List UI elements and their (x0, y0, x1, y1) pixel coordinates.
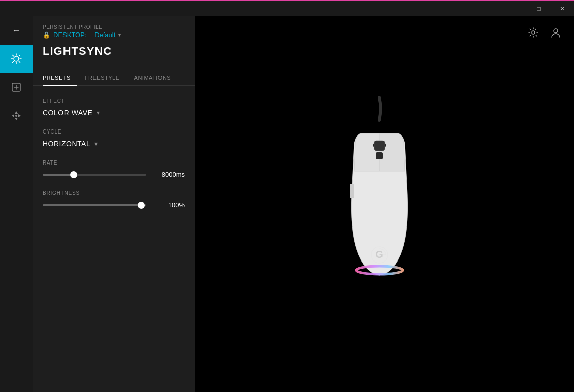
settings-panel: PERSISTENT PROFILE 🔒 DESKTOP: Default ▾ … (33, 16, 195, 392)
svg-line-7 (19, 55, 20, 56)
brightness-slider[interactable] (43, 204, 146, 206)
settings-icon (528, 27, 539, 38)
svg-point-17 (532, 31, 535, 34)
window-controls: – □ ✕ (504, 1, 574, 17)
cycle-chevron-icon: ▾ (94, 140, 98, 147)
effect-value: COLOR WAVE (43, 109, 92, 117)
effect-chevron-icon: ▾ (97, 109, 100, 116)
top-right-icons (515, 16, 574, 49)
lightsync-icon (11, 53, 22, 64)
sidebar-narrow: ← (0, 16, 33, 392)
tab-animations[interactable]: ANIMATIONS (134, 71, 177, 86)
close-button[interactable]: ✕ (551, 1, 574, 17)
svg-rect-21 (376, 152, 383, 159)
effect-dropdown[interactable]: COLOR WAVE ▾ (43, 109, 185, 117)
panel-content: EFFECT COLOR WAVE ▾ CYCLE HORIZONTAL ▾ R… (33, 86, 195, 392)
back-button[interactable]: ← (0, 16, 33, 45)
profile-name-text: Default (94, 31, 115, 39)
sidebar-item-add[interactable] (0, 73, 33, 102)
mouse-illustration: G (329, 92, 440, 296)
brightness-slider-row: 100% (43, 201, 185, 209)
svg-line-6 (19, 61, 20, 62)
sidebar-item-lightsync[interactable] (0, 45, 33, 73)
rate-slider-thumb[interactable] (70, 171, 77, 178)
minimize-button[interactable]: – (504, 1, 527, 17)
tab-freestyle[interactable]: FREESTYLE (85, 71, 126, 86)
lock-icon: 🔒 (43, 31, 50, 39)
brightness-slider-fill (43, 204, 141, 206)
rate-slider-fill (43, 174, 74, 176)
svg-point-18 (554, 29, 558, 33)
cycle-label: CYCLE (43, 129, 185, 135)
rate-slider-row: 8000ms (43, 171, 185, 178)
effect-label: EFFECT (43, 98, 185, 104)
cycle-dropdown[interactable]: HORIZONTAL ▾ (43, 140, 185, 148)
brightness-label: BRIGHTNESS (43, 190, 185, 196)
svg-line-5 (13, 55, 14, 56)
tab-presets[interactable]: PRESETS (43, 71, 77, 86)
settings-button[interactable] (523, 22, 544, 43)
rate-label: RATE (43, 160, 185, 166)
svg-line-8 (13, 61, 14, 62)
svg-marker-13 (15, 118, 18, 120)
brightness-container: BRIGHTNESS 100% (43, 190, 185, 209)
sidebar-item-move[interactable] (0, 102, 33, 130)
app-container: ← (0, 16, 574, 392)
rate-value: 8000ms (154, 171, 185, 178)
persistent-profile-label: PERSISTENT PROFILE (43, 24, 185, 30)
svg-marker-15 (18, 114, 21, 117)
maximize-button[interactable]: □ (527, 1, 551, 17)
main-content: G (195, 16, 574, 392)
move-icon (11, 110, 22, 121)
svg-marker-14 (12, 114, 14, 117)
rate-slider[interactable] (43, 174, 146, 176)
svg-rect-20 (374, 141, 385, 151)
tabs-bar: PRESETS FREESTYLE ANIMATIONS (33, 70, 195, 86)
panel-header: PERSISTENT PROFILE 🔒 DESKTOP: Default ▾ … (33, 16, 195, 70)
profile-chevron-icon[interactable]: ▾ (118, 32, 121, 38)
add-icon (11, 82, 22, 93)
svg-rect-22 (350, 184, 354, 198)
profile-name-value (90, 31, 92, 39)
back-icon: ← (12, 25, 21, 36)
title-bar: – □ ✕ (0, 0, 574, 16)
svg-text:G: G (375, 249, 384, 260)
brightness-slider-thumb[interactable] (138, 202, 145, 209)
mouse-svg: G (329, 92, 430, 285)
svg-marker-12 (15, 111, 18, 114)
brightness-value: 100% (154, 201, 185, 209)
user-icon (550, 27, 561, 38)
desktop-label: DESKTOP: (53, 31, 87, 39)
profile-name-row: 🔒 DESKTOP: Default ▾ (43, 31, 185, 39)
rate-container: RATE 8000ms (43, 160, 185, 178)
svg-point-16 (15, 115, 17, 117)
svg-point-0 (14, 56, 19, 61)
cycle-value: HORIZONTAL (43, 140, 90, 148)
panel-title: LIGHTSYNC (43, 45, 185, 58)
user-button[interactable] (546, 22, 566, 43)
